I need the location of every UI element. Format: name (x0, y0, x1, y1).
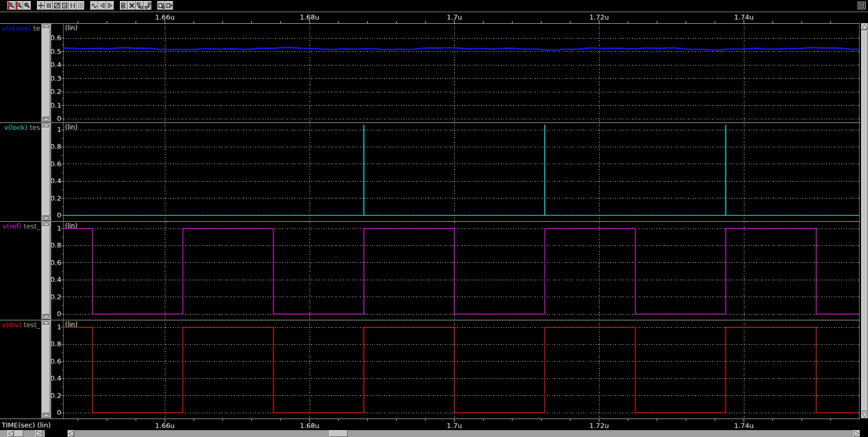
zoom-out-button[interactable] (15, 1, 23, 10)
trace-name-vdiv[interactable]: v(div) test_ (0, 321, 40, 329)
crosshair-icon (38, 2, 44, 9)
copy-panel-button[interactable] (136, 1, 144, 10)
vertical-scroll-thumb[interactable] (861, 31, 868, 411)
trace-div (63, 327, 858, 413)
label-scroll-right-button[interactable] (35, 430, 42, 437)
grid-button[interactable] (77, 1, 85, 10)
window-panes-icon[interactable] (857, 2, 866, 10)
waveform-button[interactable] (90, 1, 98, 10)
vertical-scroll-up-button[interactable] (861, 23, 868, 30)
toolbar: a (0, 0, 868, 12)
toolbar-group-4 (157, 1, 173, 10)
move-panel-button[interactable] (144, 1, 152, 10)
panel-scrollbar[interactable] (42, 320, 51, 418)
move-panel-icon (144, 2, 151, 9)
time-scroll-right-button[interactable] (853, 430, 860, 437)
panel-scrollbar[interactable] (42, 123, 51, 221)
arrow-right-icon (854, 431, 860, 436)
svg-text:a: a (64, 3, 67, 8)
panel-scroll-up-button[interactable] (43, 24, 50, 28)
delete-button[interactable] (128, 1, 136, 10)
toolbar-group-1: a (37, 1, 85, 10)
trace-name-text: v(lock) (4, 124, 27, 131)
label-button[interactable]: a (61, 1, 69, 10)
zoom-off-button[interactable] (23, 1, 31, 10)
trace-context-text: tes (30, 124, 40, 131)
time-scroll-thumb[interactable] (329, 430, 348, 437)
arrow-left-icon (8, 431, 14, 436)
x-tick-label: 1.68u (294, 13, 325, 21)
waveform-viewer-window: a 1.66u1.68u1.7u1.72u1.74u v(vtune) te(l… (0, 0, 868, 437)
label-scroll-left-button[interactable] (7, 430, 14, 437)
export-icon (166, 2, 173, 9)
import-button[interactable] (157, 1, 165, 10)
arrow-up-icon (43, 24, 50, 28)
plot-area[interactable] (51, 23, 860, 419)
x-tick-label: 1.66u (149, 13, 181, 21)
zoom-off-icon (24, 2, 31, 9)
trace-name-text: v(vtune) (2, 24, 31, 32)
arrow-up-icon (862, 24, 867, 30)
next-button[interactable] (106, 1, 114, 10)
label-scroll-thumb[interactable] (14, 430, 23, 437)
panel-stack-button[interactable] (120, 1, 128, 10)
slope-button[interactable] (53, 1, 61, 10)
trace-name-vref[interactable]: v(ref) test_ (0, 222, 40, 230)
x-tick-label: 1.68u (294, 422, 325, 430)
crosshair-button[interactable] (37, 1, 45, 10)
trace-ref (63, 229, 858, 314)
x-tick-label: 1.74u (728, 422, 760, 430)
time-scrollbar[interactable] (68, 430, 860, 437)
panel-scroll-thumb[interactable] (42, 226, 50, 315)
prev-button[interactable] (98, 1, 106, 10)
vertical-bars-icon (45, 2, 52, 9)
delete-icon (128, 2, 135, 9)
export-button[interactable] (165, 1, 173, 10)
trace-name-vvtune[interactable]: v(vtune) te (0, 24, 40, 32)
waveform-icon (91, 2, 98, 9)
trace-name-vlock[interactable]: v(lock) tes (0, 124, 40, 131)
scrollbar-corner (860, 430, 868, 437)
time-scroll-left-button[interactable] (68, 430, 74, 437)
toolbar-group-3 (120, 1, 152, 10)
toolbar-group-2 (90, 1, 114, 10)
toolbar-group-0 (7, 1, 31, 10)
x-tick-label: 1.72u (583, 422, 615, 430)
x-tick-label: 1.7u (438, 13, 470, 21)
import-icon (158, 2, 165, 9)
trace-context-text: te (33, 24, 40, 32)
prev-icon (99, 2, 106, 9)
slope-icon (53, 2, 60, 9)
measure-icon (69, 2, 76, 9)
vertical-bars-button[interactable] (45, 1, 53, 10)
window-panes-icon (857, 2, 866, 10)
x-axis-title: TIME(sec) (lin) (2, 421, 51, 429)
panel-scrollbar[interactable] (42, 222, 51, 319)
trace-vtune (63, 48, 859, 50)
x-tick-label: 1.72u (583, 13, 615, 21)
copy-panel-icon (136, 2, 143, 9)
arrow-right-icon (36, 431, 42, 436)
vertical-scroll-down-button[interactable] (861, 412, 868, 419)
label-icon: a (61, 2, 68, 9)
panel-stack-icon (120, 2, 127, 9)
grid-icon (77, 2, 84, 9)
x-tick-label: 1.66u (149, 422, 181, 430)
panel-scroll-thumb[interactable] (42, 325, 50, 413)
measure-button[interactable] (69, 1, 77, 10)
arrow-down-icon (862, 412, 867, 418)
trace-name-text: v(ref) (3, 222, 21, 230)
active-accent (16, 2, 17, 10)
trace-context-text: test_ (24, 321, 40, 329)
label-column-scrollbar[interactable] (0, 430, 45, 437)
panel-scroll-thumb[interactable] (42, 128, 50, 216)
labelcol-border (41, 23, 42, 419)
x-tick-label: 1.74u (728, 13, 760, 21)
next-icon (107, 2, 114, 9)
zoom-in-button[interactable] (7, 1, 15, 10)
trace-name-text: v(div) (2, 321, 21, 329)
x-tick-label: 1.7u (438, 422, 470, 430)
trace-context-text: test_ (24, 222, 40, 230)
active-accent (8, 2, 10, 10)
arrow-left-icon (68, 431, 74, 436)
